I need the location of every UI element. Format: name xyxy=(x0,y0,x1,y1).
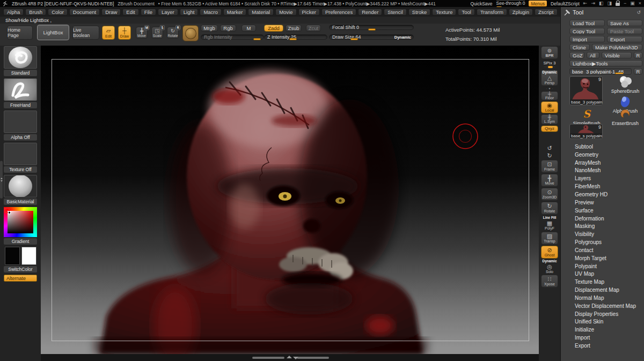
tool-section-row[interactable]: Geometry HD xyxy=(569,190,642,198)
tool-section-row[interactable]: Unified Skin xyxy=(569,318,642,326)
ghost-button[interactable]: ⊘ Ghost xyxy=(541,246,558,259)
z-intensity-slider[interactable]: Z Intensity 25 xyxy=(264,34,327,40)
secondary-color-swatch[interactable] xyxy=(21,247,36,265)
menu-item[interactable]: Zplugin xyxy=(509,9,533,16)
menu-item[interactable]: Material xyxy=(248,9,274,16)
secondary-tool-thumbnail[interactable]: 9 base_s polypaint xyxy=(569,124,603,139)
color-picker-sv-square[interactable] xyxy=(8,211,33,233)
menu-item[interactable]: Light xyxy=(180,9,199,16)
alternate-button[interactable]: Alternate xyxy=(4,275,37,282)
copy-tool-button[interactable]: Copy Tool xyxy=(569,28,605,34)
menu-item[interactable]: Color xyxy=(48,9,68,16)
menu-item[interactable]: Zscript xyxy=(535,9,558,16)
tool-section-row[interactable]: Preview xyxy=(569,198,642,207)
tool-section-row[interactable]: Contact xyxy=(569,246,642,254)
basic-material-thumbnail[interactable] xyxy=(4,175,37,197)
zoom3d-button[interactable]: ⊙ Zoom3D xyxy=(541,188,558,201)
tool-section-row[interactable]: Layers xyxy=(569,174,642,182)
alpha-off-thumbnail[interactable] xyxy=(4,110,37,133)
tool-section-row[interactable]: Normal Map xyxy=(569,294,642,302)
m-button[interactable]: M xyxy=(241,25,256,32)
xpose-button[interactable]: ∷ Xpose xyxy=(541,275,558,288)
zsub-button[interactable]: Zsub xyxy=(286,25,302,32)
menus-button[interactable]: Menus xyxy=(529,1,547,6)
menu-item[interactable]: Picker xyxy=(298,9,320,16)
draw-size-slider[interactable]: Draw Size 64 Dynamic xyxy=(329,34,414,40)
zcut-button[interactable]: Zcut xyxy=(306,25,321,32)
floor-axis-toggles[interactable]: ·▾· xyxy=(541,87,558,90)
tool-section-row[interactable]: Morph Target xyxy=(569,254,642,262)
tool-section-row[interactable]: Geometry xyxy=(569,151,642,159)
current-material-button[interactable] xyxy=(182,25,199,41)
current-tool-slider[interactable]: base_3 polypaint-1. 48 xyxy=(569,68,632,75)
solo-button[interactable]: Dynamic ◎ Solo xyxy=(541,260,558,274)
menu-item[interactable]: Transform xyxy=(477,9,507,16)
document-canvas[interactable] xyxy=(41,46,539,361)
load-tool-button[interactable]: Load Tool xyxy=(569,20,605,26)
menu-item[interactable]: File xyxy=(141,9,156,16)
menu-item[interactable]: Draw xyxy=(101,9,121,16)
tool-section-row[interactable]: Displacement Map xyxy=(569,286,642,294)
make-polymesh3d-button[interactable]: Make PolyMesh3D xyxy=(592,44,642,50)
eraser-brush-item[interactable]: EraserBrush xyxy=(605,108,644,126)
tool-section-row[interactable]: Subtool xyxy=(569,143,642,151)
zadd-button[interactable]: Zadd xyxy=(264,25,283,32)
qxyz-button[interactable]: Qxyz xyxy=(541,126,558,132)
tool-section-row[interactable]: Display Properties xyxy=(569,310,642,318)
sphere-brush-item[interactable]: SphereBrush xyxy=(605,75,644,94)
quicksave-button[interactable]: QuickSave xyxy=(470,1,492,6)
tool-section-row[interactable]: Polygroups xyxy=(569,238,642,246)
menu-item[interactable]: Stroke xyxy=(408,9,430,16)
frame-button[interactable]: ⊡ Frame xyxy=(541,160,558,173)
menu-item[interactable]: Render xyxy=(358,9,382,16)
bpr-button[interactable]: ◍ BPR xyxy=(541,46,558,59)
rotate-button[interactable]: R ↻ Rotate xyxy=(167,27,179,39)
goz-r-button[interactable]: R xyxy=(634,52,642,58)
color-picker[interactable] xyxy=(4,207,37,237)
minimize-icon[interactable]: − xyxy=(624,1,626,6)
default-zscript-button[interactable]: DefaultZScript xyxy=(551,1,580,6)
lightbox-tools-button[interactable]: Lightbox▶Tools xyxy=(569,60,642,67)
menu-item[interactable]: Tool xyxy=(458,9,474,16)
goz-button[interactable]: GoZ xyxy=(569,52,584,58)
left-tray-scrollbar[interactable] xyxy=(0,161,3,198)
texture-off-thumbnail[interactable] xyxy=(4,143,37,165)
rgb-intensity-handle[interactable] xyxy=(253,38,261,40)
tool-section-row[interactable]: ArrayMesh xyxy=(569,159,642,167)
draw-size-handle[interactable] xyxy=(350,38,358,40)
paste-tool-button[interactable]: Paste Tool xyxy=(607,28,642,34)
tool-r-button[interactable]: R xyxy=(634,68,642,75)
home-page-button[interactable]: Home Page xyxy=(7,26,33,40)
transp-button[interactable]: ▨ Transp xyxy=(541,232,558,245)
tool-section-row[interactable]: FiberMesh xyxy=(569,182,642,190)
tool-section-row[interactable]: Texture Map xyxy=(569,278,642,286)
panel-menu-icon[interactable]: ↺ xyxy=(636,10,641,15)
rgb-intensity-slider[interactable]: Rgb Intensity xyxy=(201,34,264,40)
menu-item[interactable]: Layer xyxy=(158,9,178,16)
left-tray-toggle-icon[interactable]: ◧ xyxy=(599,1,604,6)
clone-button[interactable]: Clone xyxy=(569,44,590,50)
z-intensity-handle[interactable] xyxy=(289,38,297,40)
tool-section-row[interactable]: Export xyxy=(569,342,642,350)
move-camera-button[interactable]: ╋ Move xyxy=(541,174,558,187)
tool-section-row[interactable]: Polypaint xyxy=(569,262,642,270)
save-as-button[interactable]: Save As xyxy=(607,20,642,26)
menu-item[interactable]: Texture xyxy=(432,9,456,16)
standard-brush-thumbnail[interactable] xyxy=(4,46,37,69)
freehand-stroke-thumbnail[interactable] xyxy=(4,78,37,101)
menu-item[interactable]: Movie xyxy=(275,9,296,16)
persp-button[interactable]: Dynamic △ Persp xyxy=(541,70,558,86)
polyframe-button[interactable]: Line Fill ▦ PolyF xyxy=(541,216,558,231)
lock-icon[interactable] xyxy=(616,3,620,6)
menu-item[interactable]: Edit xyxy=(122,9,138,16)
rotate-camera-button[interactable]: ↻ Rotate xyxy=(541,202,558,215)
tool-section-row[interactable]: Import xyxy=(569,334,642,342)
focal-shift-slider[interactable]: Focal Shift 0 xyxy=(329,25,414,30)
draw-button[interactable]: ┼ Draw xyxy=(118,26,131,40)
menu-item[interactable]: Document xyxy=(69,9,100,16)
spix-slider[interactable]: SPix 3 xyxy=(541,60,558,69)
tool-section-row[interactable]: Deformation xyxy=(569,215,642,223)
tool-section-row[interactable]: Vector Displacement Map xyxy=(569,302,642,310)
restore-icon[interactable]: ▣ xyxy=(630,1,635,6)
current-tool-handle[interactable] xyxy=(615,72,624,75)
